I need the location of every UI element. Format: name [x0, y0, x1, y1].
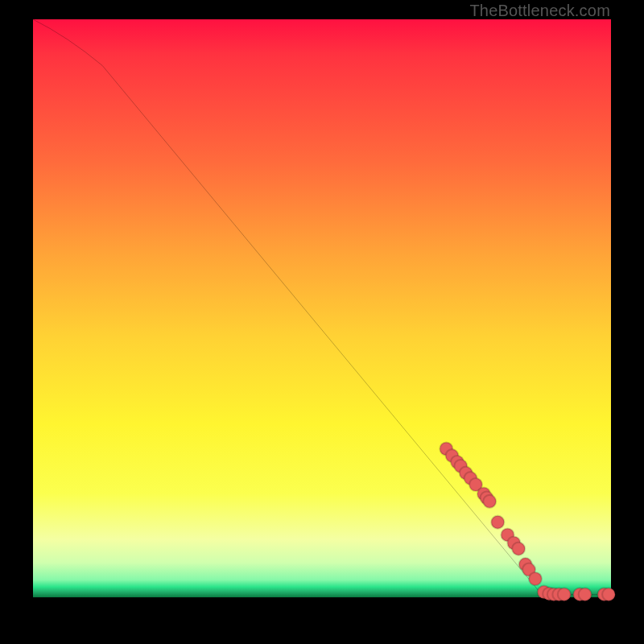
data-point	[602, 588, 615, 601]
data-point	[483, 495, 496, 508]
bottleneck-curve-line	[33, 19, 611, 594]
data-point	[558, 588, 571, 601]
chart-points	[440, 442, 615, 601]
chart-svg	[33, 19, 611, 597]
data-point	[512, 543, 525, 555]
data-point	[491, 516, 504, 529]
watermark-text: TheBottleneck.com	[469, 2, 610, 20]
data-point	[579, 588, 592, 601]
data-point	[529, 572, 542, 585]
chart-frame	[33, 19, 611, 597]
